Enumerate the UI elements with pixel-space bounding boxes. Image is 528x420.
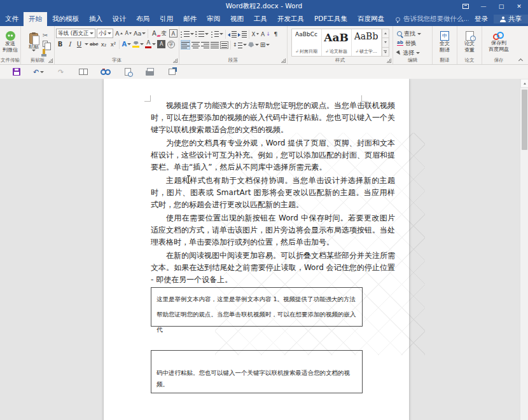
- tab-tools[interactable]: 工具: [249, 12, 272, 26]
- font-dialog-launcher[interactable]: [173, 58, 177, 63]
- asian-layout-button[interactable]: X: [251, 29, 260, 39]
- print-preview-button[interactable]: [116, 65, 139, 78]
- document-page[interactable]: 视频提供了功能强大的方法帮助您证明您的观点。当您单击联机视频时，可以在想要添加的…: [104, 79, 409, 420]
- font-name-combobox[interactable]: 等线 (西文正文: [56, 29, 95, 38]
- sort-button[interactable]: A: [261, 29, 270, 39]
- paste-button[interactable]: 粘贴: [27, 33, 40, 52]
- text-box-2[interactable]: 码中进行粘贴。您也可以键入一个关键字以联机搜索最适合您的文档的视频。: [151, 350, 363, 393]
- replace-button[interactable]: ab 替换: [397, 39, 431, 48]
- format-painter-icon[interactable]: [43, 49, 45, 54]
- line-spacing-button[interactable]: ↕: [233, 40, 247, 50]
- align-right-icon: [201, 41, 209, 48]
- vertical-scrollbar[interactable]: [520, 79, 528, 420]
- underline-dropdown-arrow[interactable]: [85, 43, 88, 45]
- font-color-button[interactable]: A: [145, 39, 156, 49]
- divider: [148, 29, 148, 38]
- style-item-cover-date[interactable]: AaBbCc 封面日期: [292, 29, 322, 56]
- redo-button[interactable]: ↷: [50, 65, 72, 78]
- clipboard-dialog-launcher[interactable]: [48, 58, 53, 63]
- tab-design[interactable]: 设计: [108, 12, 131, 26]
- character-border-button[interactable]: A: [169, 29, 177, 38]
- ribbon-display-options-button[interactable]: [457, 0, 475, 12]
- paragraph[interactable]: 使用在需要位置出现的新按钮在 Word 中保存时间。若要更改图片适应文档的方式，…: [151, 212, 395, 248]
- decrease-indent-button[interactable]: [228, 29, 237, 39]
- styles-scroll-down-button[interactable]: [382, 38, 389, 47]
- underline-button[interactable]: U: [75, 39, 83, 49]
- text-effects-button[interactable]: A: [122, 39, 131, 49]
- paragraph-dialog-launcher[interactable]: [281, 58, 286, 63]
- tab-layout[interactable]: 布局: [131, 12, 155, 26]
- tab-mailings[interactable]: 邮件: [178, 12, 202, 26]
- tab-review[interactable]: 审阅: [202, 12, 225, 26]
- scroll-up-button[interactable]: [520, 79, 528, 88]
- cut-icon[interactable]: ✂: [43, 32, 48, 39]
- align-left-button[interactable]: [181, 40, 190, 50]
- share-document-button[interactable]: [161, 65, 183, 78]
- sign-in-button[interactable]: 登录: [469, 15, 494, 24]
- styles-scroll-up-button[interactable]: [382, 29, 389, 38]
- paragraph[interactable]: 视频提供了功能强大的方法帮助您证明您的观点。当您单击联机视频时，可以在想要添加的…: [151, 100, 395, 136]
- select-button[interactable]: 选择: [397, 48, 431, 57]
- show-marks-button[interactable]: ¶: [272, 29, 280, 39]
- align-right-button[interactable]: [201, 40, 209, 50]
- quick-print-button[interactable]: [139, 65, 161, 78]
- tab-insert[interactable]: 插入: [84, 12, 108, 26]
- distribute-button[interactable]: [220, 40, 228, 50]
- highlight-color-button[interactable]: [132, 39, 144, 49]
- two-page-view-button[interactable]: [72, 65, 94, 78]
- save-button[interactable]: [5, 65, 27, 78]
- tab-developer[interactable]: 开发工具: [272, 12, 309, 26]
- collapse-ribbon-button[interactable]: [518, 57, 524, 62]
- paragraph[interactable]: 为使您的文档具有专业外观，Word 提供了页眉、页脚、封面和文本框设计，这些设计…: [151, 137, 395, 173]
- tab-references[interactable]: 引用: [155, 12, 178, 26]
- tab-pdf-tools[interactable]: PDF工具集: [309, 12, 352, 26]
- send-to-wechat-button[interactable]: 发送 到微信: [1, 31, 19, 53]
- tab-my-templates[interactable]: 我的模板: [47, 12, 84, 26]
- scrollbar-thumb[interactable]: [522, 90, 527, 150]
- grow-font-button[interactable]: A: [115, 29, 123, 38]
- tab-baidu-netdisk[interactable]: 百度网盘: [352, 12, 389, 26]
- style-item-master[interactable]: AaBb 硕士学...: [352, 29, 382, 56]
- shading-button[interactable]: [248, 40, 259, 50]
- italic-button[interactable]: I: [66, 39, 74, 49]
- phonetic-guide-button[interactable]: 变: [160, 29, 168, 38]
- clear-formatting-button[interactable]: A: [150, 29, 158, 38]
- tab-home[interactable]: 开始: [24, 12, 47, 26]
- align-center-button[interactable]: [191, 40, 200, 50]
- style-item-paper-title[interactable]: AaB 论文标题: [322, 29, 352, 56]
- superscript-button[interactable]: x²: [109, 39, 117, 49]
- justify-button[interactable]: [211, 40, 219, 50]
- tell-me-search[interactable]: 告诉我您想要做什么...: [389, 12, 469, 26]
- multilevel-list-button[interactable]: [210, 29, 223, 39]
- bold-button[interactable]: B: [56, 39, 64, 49]
- find-button[interactable]: 查找: [397, 29, 431, 38]
- strikethrough-button[interactable]: abc: [90, 39, 98, 49]
- link-plugin-button[interactable]: [94, 65, 116, 78]
- numbering-button[interactable]: [195, 29, 209, 39]
- styles-more-button[interactable]: [382, 48, 389, 56]
- share-button[interactable]: 共享: [494, 15, 528, 24]
- bullets-button[interactable]: [181, 29, 194, 39]
- maximize-button[interactable]: □: [492, 0, 510, 12]
- increase-indent-button[interactable]: [238, 29, 247, 39]
- borders-button[interactable]: ⊞: [260, 40, 270, 50]
- minimize-button[interactable]: —: [475, 0, 492, 12]
- enclose-characters-button[interactable]: 字: [167, 39, 175, 49]
- paragraph[interactable]: 在新的阅读视图中阅读更加容易。可以折叠文档某些部分并关注所需文本。如果在达到结尾…: [151, 250, 395, 286]
- copy-icon[interactable]: [43, 41, 48, 47]
- tab-file[interactable]: 文件: [0, 12, 24, 26]
- paper-check-button[interactable]: 论文 查重: [463, 31, 476, 53]
- paste-dropdown-arrow: [32, 50, 36, 51]
- font-size-combobox[interactable]: 小四: [97, 29, 113, 38]
- subscript-button[interactable]: x₂: [99, 39, 108, 49]
- shrink-font-button[interactable]: A: [124, 29, 132, 38]
- change-case-button[interactable]: Aa: [134, 29, 146, 38]
- character-shading-button[interactable]: A: [157, 39, 165, 49]
- undo-button[interactable]: ↶: [27, 65, 50, 78]
- close-button[interactable]: ✕: [510, 0, 528, 12]
- text-box-1[interactable]: 这里是举例文本内容，这里是举例文本内容 1。视频提供了功能强大的方法帮助您证明您…: [151, 287, 363, 327]
- tab-view[interactable]: 视图: [225, 12, 249, 26]
- styles-dialog-launcher[interactable]: [387, 58, 391, 63]
- full-text-translate-button[interactable]: 中 全文 翻译: [438, 31, 451, 53]
- save-to-netdisk-button[interactable]: 保存到 百度网盘: [487, 32, 510, 52]
